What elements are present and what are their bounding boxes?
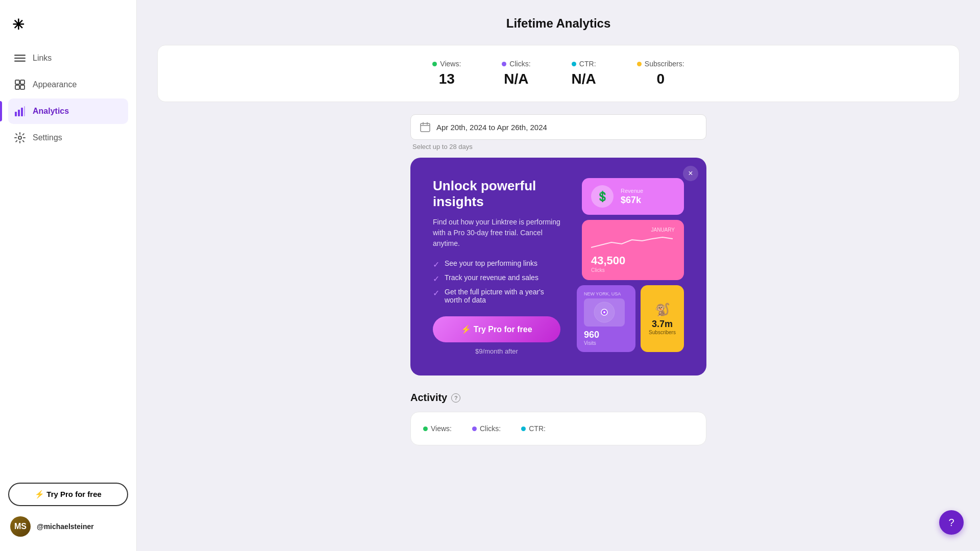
sidebar-item-links[interactable]: Links	[8, 45, 128, 71]
ctr-label: CTR:	[579, 60, 596, 68]
subscribers-stat: Subscribers: 0	[637, 60, 684, 87]
check-icon-3: ✓	[433, 288, 439, 298]
username: @michaelsteiner	[37, 522, 94, 531]
sidebar-item-label-links: Links	[33, 54, 52, 63]
svg-point-18	[603, 311, 605, 313]
promo-feature-3: ✓ Get the full picture with a year's wor…	[433, 288, 560, 304]
illus-subscribers-value: 3.7m	[652, 319, 673, 330]
svg-rect-6	[20, 85, 24, 89]
activity-clicks-dot	[472, 427, 477, 431]
promo-description: Find out how your Linktree is performing…	[433, 217, 560, 249]
views-dot	[432, 62, 437, 66]
select-days-hint: Select up to 28 days	[410, 140, 706, 154]
promo-cta-button[interactable]: ⚡ Try Pro for free	[433, 316, 560, 342]
sidebar-item-label-settings: Settings	[33, 133, 62, 142]
subscribers-dot	[637, 62, 642, 66]
illus-revenue-value: $67k	[621, 195, 643, 206]
date-range-input[interactable]: Apr 20th, 2024 to Apr 26th, 2024	[410, 114, 706, 140]
appearance-icon	[14, 79, 26, 90]
promo-feature-2: ✓ Track your revenue and sales	[433, 273, 560, 284]
page-title: Lifetime Analytics	[157, 16, 960, 31]
promo-illustrations: 💲 Revenue $67k JANUARY 43,500 Clicks	[577, 178, 684, 352]
sidebar-item-analytics[interactable]: Analytics	[8, 98, 128, 124]
illus-visits-value: 960	[584, 330, 628, 340]
svg-rect-0	[14, 55, 26, 56]
avatar: MS	[10, 516, 31, 537]
activity-views-dot	[423, 427, 428, 431]
activity-card: Views: Clicks: CTR:	[410, 412, 706, 445]
promo-feature-label-3: Get the full picture with a year's worth…	[445, 288, 560, 304]
svg-rect-8	[18, 110, 20, 116]
try-pro-sidebar-button[interactable]: ⚡ Try Pro for free	[8, 483, 128, 506]
sidebar: ✳ Links Appear	[0, 0, 137, 551]
sidebar-item-label-appearance: Appearance	[33, 80, 77, 89]
clicks-label: Clicks:	[509, 60, 530, 68]
views-stat: Views: 13	[432, 60, 461, 87]
illus-location: NEW YORK, USA	[584, 291, 628, 296]
illus-mailchimp-icon: 🐒	[655, 303, 670, 317]
activity-clicks-label: Clicks:	[480, 424, 501, 433]
illus-bottom-row: NEW YORK, USA 960 Visits 🐒	[577, 285, 684, 352]
illus-revenue-label: Revenue	[621, 188, 643, 194]
activity-title: Activity ?	[410, 392, 706, 404]
sidebar-bottom: ⚡ Try Pro for free MS @michaelsteiner	[8, 483, 128, 541]
activity-help-icon: ?	[451, 393, 460, 403]
promo-price: $9/month after	[433, 347, 560, 355]
illus-revenue-card: 💲 Revenue $67k	[582, 178, 684, 215]
promo-title: Unlock powerful insights	[433, 178, 560, 210]
activity-ctr-label: CTR:	[529, 424, 546, 433]
promo-close-button[interactable]: ×	[683, 166, 698, 181]
svg-rect-12	[421, 123, 430, 132]
illus-dollar-icon: 💲	[591, 185, 614, 208]
logo: ✳	[8, 10, 128, 45]
illus-subscribers-card: 🐒 3.7m Subscribers	[641, 285, 684, 352]
check-icon-1: ✓	[433, 260, 439, 269]
illus-map	[584, 298, 625, 327]
activity-stats: Views: Clicks: CTR:	[423, 424, 694, 433]
svg-point-11	[18, 136, 21, 139]
subscribers-value: 0	[656, 71, 665, 87]
links-icon	[14, 53, 26, 64]
ctr-value: N/A	[572, 71, 596, 87]
svg-rect-4	[20, 80, 24, 84]
illus-clicks-label: Clicks	[591, 267, 675, 273]
illus-revenue-info: Revenue $67k	[621, 188, 643, 206]
ctr-dot	[572, 62, 576, 66]
sidebar-item-settings[interactable]: Settings	[8, 125, 128, 151]
mini-chart	[591, 235, 673, 250]
logo-icon: ✳	[12, 16, 24, 33]
illus-visits-label: Visits	[584, 340, 628, 346]
ctr-stat: CTR: N/A	[572, 60, 596, 87]
clicks-value: N/A	[504, 71, 528, 87]
user-profile[interactable]: MS @michaelsteiner	[8, 512, 128, 541]
illus-clicks-month: JANUARY	[651, 227, 675, 233]
svg-rect-5	[15, 85, 19, 89]
promo-feature-1: ✓ See your top performing links	[433, 259, 560, 269]
analytics-icon	[14, 106, 26, 117]
svg-rect-1	[14, 58, 26, 59]
svg-rect-9	[21, 108, 23, 116]
sidebar-item-appearance[interactable]: Appearance	[8, 72, 128, 97]
date-range-container: Apr 20th, 2024 to Apr 26th, 2024 Select …	[410, 114, 706, 154]
clicks-dot	[502, 62, 506, 66]
svg-rect-3	[15, 80, 19, 84]
promo-feature-label-2: Track your revenue and sales	[445, 273, 538, 282]
activity-ctr: CTR:	[521, 424, 546, 433]
lifetime-analytics-card: Views: 13 Clicks: N/A CTR: N/A Subscribe…	[157, 45, 960, 102]
calendar-icon	[420, 122, 430, 132]
illus-subscribers-label: Subscribers	[649, 330, 676, 335]
help-button[interactable]: ?	[939, 510, 964, 535]
sidebar-item-label-analytics: Analytics	[33, 107, 69, 116]
views-value: 13	[439, 71, 455, 87]
illus-visits-card: NEW YORK, USA 960 Visits	[577, 285, 635, 352]
promo-content: Unlock powerful insights Find out how yo…	[433, 178, 560, 355]
date-range-value: Apr 20th, 2024 to Apr 26th, 2024	[436, 123, 547, 132]
activity-label: Activity	[410, 392, 447, 404]
promo-card: × Unlock powerful insights Find out how …	[410, 158, 706, 375]
clicks-stat: Clicks: N/A	[502, 60, 530, 87]
activity-views: Views:	[423, 424, 452, 433]
main-content: Lifetime Analytics Views: 13 Clicks: N/A…	[137, 0, 980, 551]
svg-rect-10	[24, 106, 25, 116]
check-icon-2: ✓	[433, 274, 439, 284]
svg-rect-2	[14, 61, 26, 62]
